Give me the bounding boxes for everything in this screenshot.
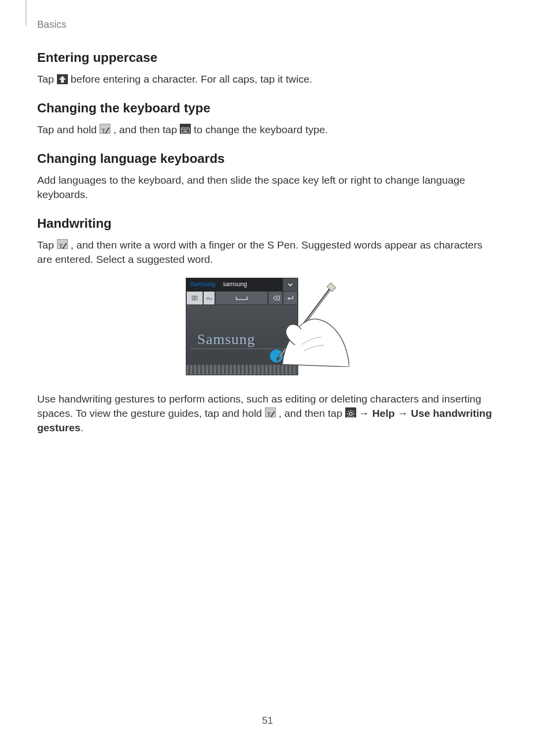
svg-rect-3 [181, 128, 189, 133]
svg-rect-4 [182, 129, 183, 130]
para-handwriting-2: Use handwriting gestures to perform acti… [37, 392, 498, 435]
svg-rect-6 [185, 129, 186, 130]
toolbar-left-1 [186, 291, 203, 305]
svg-line-10 [63, 243, 66, 249]
para-kbdtype: Tap and hold T , and then tap to change … [37, 123, 498, 137]
suggestion-primary: Samsung [190, 281, 215, 288]
text: , and then tap [113, 124, 180, 135]
heading-language-kbd: Changing language keyboards [37, 151, 498, 166]
svg-line-29 [353, 411, 354, 412]
t-pen-icon: T [100, 124, 110, 134]
text: → [398, 407, 411, 419]
keyboard-icon [180, 124, 191, 134]
heading-handwriting: Handwriting [37, 216, 498, 231]
text: Tap and hold [37, 124, 100, 135]
svg-line-30 [348, 416, 349, 417]
suggestion-secondary: samsung [223, 281, 247, 288]
svg-text:T: T [59, 242, 63, 250]
para-handwriting-1: Tap T , and then write a word with a fin… [37, 238, 498, 267]
svg-line-2 [106, 128, 109, 133]
margin-rule [26, 0, 26, 26]
heading-entering-uppercase: Entering uppercase [37, 50, 498, 65]
svg-rect-8 [183, 131, 187, 132]
toolbar-left-2 [203, 291, 215, 305]
text: → [359, 407, 373, 419]
text: before entering a character. For all cap… [71, 73, 313, 85]
t-pen-icon: T [265, 407, 276, 417]
svg-point-22 [349, 412, 352, 415]
svg-text:T: T [102, 127, 106, 134]
text: Tap [37, 73, 57, 85]
svg-line-21 [271, 411, 274, 417]
nav-help: Help [372, 407, 395, 419]
page: Basics Entering uppercase Tap before ent… [0, 0, 535, 756]
text: . [81, 422, 84, 433]
shift-icon [57, 74, 68, 84]
handwritten-word: Samsung [197, 331, 255, 348]
hand-with-pen-icon [272, 278, 349, 367]
section-label: Basics [37, 19, 498, 30]
svg-marker-0 [59, 76, 66, 83]
text: to change the keyboard type. [194, 124, 328, 135]
t-pen-icon: T [57, 239, 68, 249]
text: , and then tap [278, 407, 345, 419]
text: , and then write a word with a finger or… [37, 239, 482, 265]
svg-line-27 [348, 411, 349, 412]
svg-rect-7 [187, 129, 188, 130]
svg-text:T: T [267, 410, 271, 418]
text: Tap [37, 239, 57, 251]
heading-keyboard-type: Changing the keyboard type [37, 101, 498, 116]
svg-line-28 [353, 416, 354, 417]
page-number: 51 [0, 715, 535, 726]
handwriting-illustration: Samsung samsung [186, 278, 349, 379]
para-uppercase: Tap before entering a character. For all… [37, 72, 498, 87]
para-language: Add languages to the keyboard, and then … [37, 173, 498, 202]
svg-rect-5 [184, 129, 185, 130]
gear-icon [345, 407, 356, 417]
space-key [215, 291, 268, 305]
